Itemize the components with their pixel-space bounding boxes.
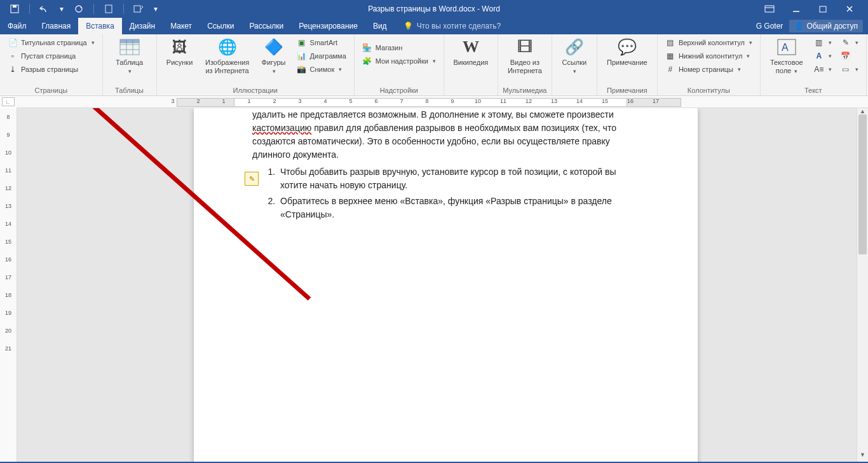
ribbon-options-icon[interactable] [759,2,780,16]
page: ✎ удалить не представляется возможным. В… [194,108,698,462]
bulb-icon: 💡 [403,22,413,31]
close-icon[interactable] [839,2,860,16]
online-pictures-button[interactable]: 🌐Изображения из Интернета [200,36,255,75]
ruler-mark: 5 [344,98,357,106]
group-wikipedia-label [448,86,494,95]
object-icon: ▭ [841,64,851,74]
ruler-mark: 6 [370,98,383,106]
links-button[interactable]: 🔗Ссылки▾ [556,36,593,76]
tab-mailings[interactable]: Рассылки [241,18,291,34]
ruler-mark: 16 [624,98,637,106]
undo-icon[interactable] [39,3,50,15]
footer-button[interactable]: ▦Нижний колонтитул▾ [663,50,755,62]
blank-page-button[interactable]: ▫Пустая страница [5,50,97,62]
vertical-scrollbar[interactable]: ▲ ▼ [857,108,868,462]
tab-selector[interactable]: ∟ [2,97,15,106]
svg-rect-6 [820,6,826,12]
ruler-mark: 8 [421,98,433,106]
ruler-mark: 14 [573,98,586,106]
workspace: 89101112131415161718192021 ✎ удалить не … [0,108,868,462]
tab-layout[interactable]: Макет [163,18,200,34]
wordart-button[interactable]: A▾ [811,50,834,62]
cover-page-button[interactable]: 📄Титульная страница▾ [5,37,97,48]
ruler-mark: 15 [5,233,11,251]
group-comments: 💬Примечание Примечания [597,34,658,95]
new-doc-icon[interactable] [103,3,114,15]
wikipedia-button[interactable]: WВикипедия [448,36,494,67]
tab-home[interactable]: Главная [34,18,79,34]
header-button[interactable]: ▤Верхний колонтитул▾ [663,37,755,48]
scroll-down-icon[interactable]: ▼ [857,452,868,462]
ribbon-tabs: Файл Главная Вставка Дизайн Макет Ссылки… [0,18,868,34]
quickparts-button[interactable]: ▥▾ [811,37,834,48]
user-name[interactable]: G Goter [756,22,783,31]
tab-view[interactable]: Вид [365,18,395,34]
ruler-mark: 10 [5,144,11,162]
online-video-button[interactable]: 🎞Видео из Интернета [502,36,548,75]
document-canvas[interactable]: ✎ удалить не представляется возможным. В… [17,108,857,462]
ribbon: 📄Титульная страница▾ ▫Пустая страница ⤓Р… [0,34,868,96]
shapes-button[interactable]: 🔷Фигуры▾ [256,36,292,76]
signature-button[interactable]: ✎▾ [838,37,861,48]
store-icon: 🏪 [362,43,372,53]
pictures-icon: 🖼 [170,37,190,57]
blank-page-icon: ▫ [8,51,18,61]
touch-mode-icon[interactable] [133,3,144,15]
textbox-icon: A [776,37,797,57]
ruler-mark: 3 [294,98,306,106]
table-icon [119,37,140,57]
qat-customize-dropdown[interactable]: ▾ [153,3,158,15]
share-button[interactable]: 👤 Общий доступ [789,20,863,32]
comment-button[interactable]: 💬Примечание [601,36,653,67]
svg-rect-8 [120,39,139,43]
signature-icon: ✎ [841,38,851,48]
tab-insert[interactable]: Вставка [78,18,122,34]
maximize-icon[interactable] [812,2,834,16]
ruler-mark: 19 [5,304,11,322]
ruler-mark: 17 [649,98,662,106]
ruler-mark: 1 [217,98,230,106]
ruler-mark: 1 [243,98,255,106]
ordered-list: Чтобы добавить разрыв вручную, установит… [266,165,639,221]
screenshot-button[interactable]: 📸Снимок▾ [294,64,349,75]
datetime-button[interactable]: 📅 [838,50,861,62]
document-title: Разрыв страницы в Word.docx - Word [368,4,500,13]
group-wikipedia: WВикипедия [444,34,498,95]
quick-access-toolbar: ▾ ▾ [0,0,158,18]
tab-review[interactable]: Рецензирование [291,18,365,34]
window-controls [759,2,868,16]
minimize-icon[interactable] [785,2,807,16]
person-icon: 👤 [794,22,804,31]
tab-references[interactable]: Ссылки [200,18,241,34]
store-button[interactable]: 🏪Магазин [360,42,438,53]
ruler-mark: 2 [192,98,205,106]
page-number-button[interactable]: #Номер страницы▾ [663,64,755,75]
share-label: Общий доступ [806,22,858,31]
undo-dropdown[interactable]: ▾ [59,3,64,15]
comment-marker-icon[interactable]: ✎ [245,172,259,186]
chart-button[interactable]: 📊Диаграмма [294,50,349,62]
svg-text:A: A [782,42,789,53]
vertical-ruler[interactable]: 89101112131415161718192021 [0,108,17,462]
tab-file[interactable]: Файл [0,18,34,34]
ruler-mark: 9 [6,126,10,144]
object-button[interactable]: ▭▾ [838,64,861,75]
ruler-mark: 15 [599,98,611,106]
textbox-button[interactable]: AТекстовое поле ▾ [764,36,809,76]
smartart-icon: ▣ [297,38,307,48]
save-icon[interactable] [9,3,20,15]
ruler-mark: 21 [5,340,11,357]
group-addins: 🏪Магазин 🧩Мои надстройки▾ Надстройки [355,34,444,95]
tell-me[interactable]: 💡 Что вы хотите сделать? [403,18,501,34]
tab-design[interactable]: Дизайн [122,18,163,34]
dropcap-button[interactable]: A≡▾ [811,64,834,75]
table-button[interactable]: Таблица▾ [107,36,153,76]
pictures-button[interactable]: 🖼Рисунки [161,36,199,67]
my-addins-button[interactable]: 🧩Мои надстройки▾ [360,55,438,67]
smartart-button[interactable]: ▣SmartArt [294,37,349,48]
horizontal-ruler[interactable]: 3211234567891011121314151617 [17,96,868,108]
redo-icon[interactable] [73,3,85,15]
group-text-label: Текст [764,86,862,95]
page-break-button[interactable]: ⤓Разрыв страницы [5,64,97,75]
scroll-thumb[interactable] [858,114,867,254]
